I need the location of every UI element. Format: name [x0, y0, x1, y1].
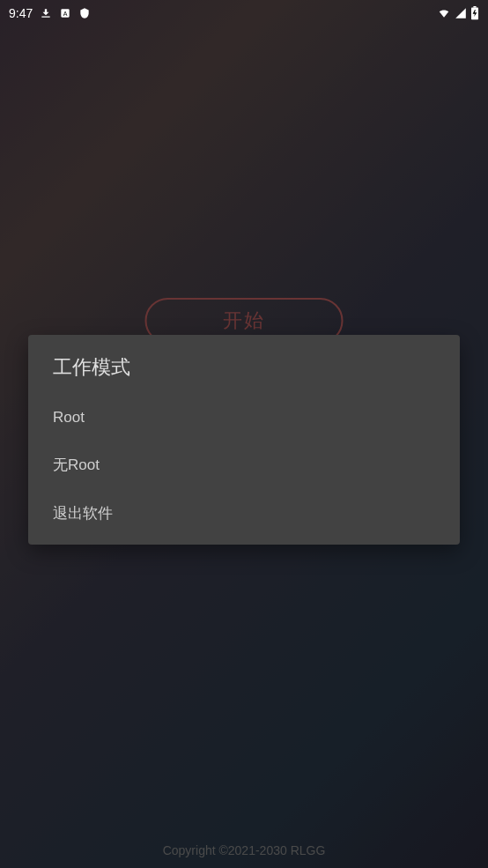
wifi-icon [437, 7, 451, 19]
work-mode-dialog: 工作模式 Root 无Root 退出软件 [28, 335, 460, 545]
status-time: 9:47 [9, 6, 33, 20]
signal-icon [455, 7, 467, 19]
battery-icon [470, 6, 479, 20]
dialog-item-root[interactable]: Root [28, 395, 460, 441]
download-icon [40, 7, 52, 19]
status-bar-right [437, 6, 479, 20]
status-bar: 9:47 A [0, 0, 488, 26]
dialog-item-label: 退出软件 [53, 505, 113, 522]
dialog-item-exit[interactable]: 退出软件 [28, 489, 460, 538]
app-notification-icon: A [59, 7, 71, 19]
status-bar-left: 9:47 A [9, 6, 91, 20]
dialog-item-label: Root [53, 409, 85, 426]
svg-rect-3 [473, 6, 476, 8]
dialog-item-label: 无Root [53, 456, 100, 473]
dialog-title: 工作模式 [28, 335, 460, 395]
svg-text:A: A [63, 11, 68, 17]
shield-icon [78, 7, 91, 19]
dialog-item-no-root[interactable]: 无Root [28, 441, 460, 489]
